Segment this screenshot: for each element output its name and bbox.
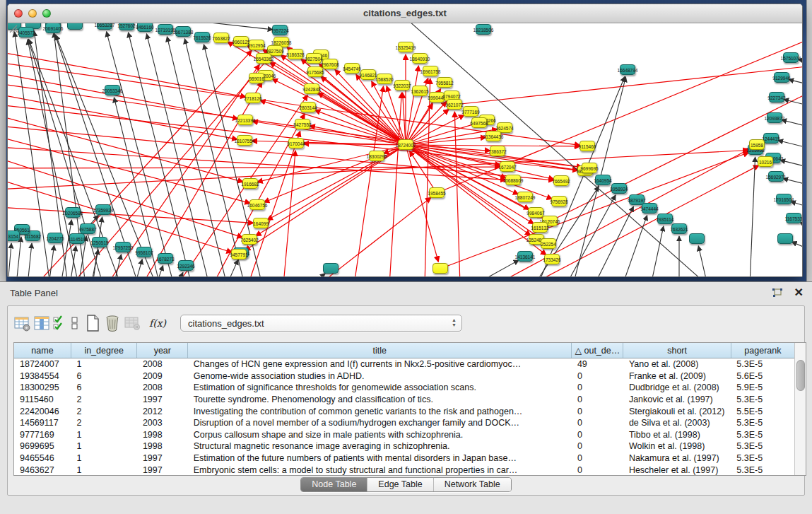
- table-row[interactable]: 969969511998Structural magnetic resonanc…: [14, 440, 795, 452]
- network-edge[interactable]: [36, 50, 252, 277]
- network-node[interactable]: 1588520: [377, 74, 392, 84]
- network-node[interactable]: 9175685: [307, 66, 323, 77]
- network-node[interactable]: 9405572: [18, 27, 34, 37]
- column-header-pagerank[interactable]: pagerank: [731, 343, 794, 358]
- network-node[interactable]: 9242848: [304, 83, 319, 94]
- network-node[interactable]: 9984067: [528, 207, 543, 218]
- network-node[interactable]: 9975887: [80, 223, 95, 234]
- network-node[interactable]: 1916682: [242, 178, 258, 189]
- network-edge[interactable]: [474, 260, 519, 277]
- network-edge[interactable]: [49, 245, 54, 277]
- network-edge[interactable]: [91, 250, 98, 277]
- network-node[interactable]: 10688609: [505, 175, 521, 185]
- network-node[interactable]: 1640954: [595, 175, 611, 185]
- network-edge[interactable]: [791, 201, 803, 209]
- network-node[interactable]: 164099: [253, 218, 269, 228]
- network-node[interactable]: 9699695: [582, 163, 597, 173]
- network-node[interactable]: 9457791: [231, 249, 247, 259]
- network-node[interactable]: 7615526: [194, 32, 210, 42]
- vertical-scrollbar[interactable]: [794, 343, 806, 475]
- network-node[interactable]: [323, 263, 339, 274]
- network-node[interactable]: 8912954: [249, 40, 264, 50]
- network-node[interactable]: 2718126: [245, 93, 261, 103]
- network-node[interactable]: 15958: [749, 139, 765, 150]
- table-row[interactable]: 1872400712008Changes of HCN gene express…: [14, 358, 795, 370]
- network-node[interactable]: 20053346: [105, 85, 120, 95]
- network-node[interactable]: [777, 233, 793, 244]
- network-node[interactable]: 10719195: [158, 24, 173, 35]
- network-node[interactable]: 8958924: [611, 183, 627, 194]
- network-edge[interactable]: [146, 34, 209, 277]
- window-titlebar[interactable]: citations_edges.txt: [8, 4, 802, 23]
- table-row[interactable]: 1938455462009Genome-wide association stu…: [14, 370, 795, 382]
- network-node[interactable]: 1114519: [69, 233, 85, 244]
- network-node[interactable]: 12213394: [237, 115, 253, 125]
- network-node[interactable]: 9474444: [642, 203, 657, 214]
- network-node[interactable]: 8186328: [288, 49, 303, 59]
- network-edge[interactable]: [16, 237, 21, 277]
- network-edge[interactable]: [782, 119, 803, 128]
- network-node[interactable]: [67, 23, 83, 30]
- network-node[interactable]: 18640910: [412, 53, 428, 64]
- network-node[interactable]: 6497568: [471, 117, 487, 128]
- network-edge[interactable]: [425, 78, 430, 277]
- network-node[interactable]: 1244415: [763, 133, 779, 144]
- network-node[interactable]: 252254: [541, 238, 556, 249]
- column-header-in_degree[interactable]: in_degree: [71, 343, 137, 358]
- table-row[interactable]: 946554611997Estimation of the future num…: [14, 452, 795, 465]
- network-edge[interactable]: [70, 246, 76, 277]
- network-edge[interactable]: [389, 93, 401, 277]
- network-edge[interactable]: [651, 226, 664, 277]
- network-edge[interactable]: [750, 157, 755, 277]
- network-node[interactable]: 9777169: [463, 106, 478, 117]
- tab-network-table[interactable]: Network Table: [433, 478, 511, 491]
- network-edge[interactable]: [789, 79, 803, 86]
- network-canvas[interactable]: 9405572206914061065328715276028466160107…: [8, 23, 803, 277]
- network-node[interactable]: 16961758: [423, 66, 438, 76]
- scrollbar-thumb[interactable]: [796, 360, 805, 391]
- network-edge[interactable]: [184, 23, 273, 30]
- network-edge[interactable]: [8, 243, 11, 277]
- column-header-name[interactable]: name: [14, 343, 71, 358]
- row-height-icon[interactable]: [67, 313, 83, 333]
- network-edge[interactable]: [260, 100, 406, 145]
- table-row[interactable]: 911546021997Tourette syndrome. Phenomeno…: [14, 394, 795, 406]
- column-header-year[interactable]: year: [137, 343, 188, 358]
- network-node[interactable]: 10653287: [97, 23, 112, 30]
- network-node[interactable]: 12093872: [767, 112, 782, 123]
- network-node[interactable]: 8454749: [344, 63, 360, 74]
- table-row[interactable]: 946362711997Embryonic stem cells: a mode…: [14, 464, 795, 476]
- network-node[interactable]: 16648794: [620, 64, 635, 75]
- network-node[interactable]: 9621072: [447, 99, 462, 110]
- close-icon[interactable]: ✕: [794, 286, 804, 299]
- network-edge[interactable]: [283, 151, 295, 277]
- network-node[interactable]: 93154: [8, 230, 20, 241]
- float-panel-icon[interactable]: [771, 288, 784, 299]
- network-node[interactable]: 8427552: [295, 119, 310, 129]
- network-edge[interactable]: [8, 158, 242, 238]
- network-node[interactable]: 2967608: [322, 59, 338, 69]
- network-node[interactable]: 17359924: [95, 204, 111, 215]
- delete-trash-icon[interactable]: [102, 313, 122, 333]
- network-edge[interactable]: [28, 243, 32, 277]
- network-node[interactable]: 8466160: [137, 23, 153, 32]
- network-edge[interactable]: [177, 272, 183, 277]
- network-node[interactable]: 9227342: [769, 92, 784, 103]
- network-node[interactable]: 7957224: [272, 25, 288, 35]
- network-node[interactable]: 2803144: [300, 102, 316, 112]
- network-node[interactable]: 18807249: [517, 192, 533, 202]
- network-node[interactable]: 1362615: [412, 86, 428, 96]
- tab-edge-table[interactable]: Edge Table: [367, 478, 433, 491]
- network-node[interactable]: 1672047: [500, 161, 515, 172]
- table-settings-icon[interactable]: [12, 313, 32, 333]
- network-node[interactable]: 16671388: [175, 26, 191, 37]
- network-node[interactable]: 2935114: [657, 214, 673, 224]
- network-node[interactable]: 9322037: [394, 80, 410, 90]
- network-node[interactable]: 9170044: [288, 138, 304, 148]
- network-node[interactable]: 18107554: [237, 135, 252, 146]
- network-node[interactable]: 17016504: [776, 194, 792, 204]
- column-header-out_degree[interactable]: △ out_de…: [572, 343, 623, 358]
- network-node[interactable]: 21364436: [486, 131, 501, 141]
- network-node[interactable]: 989016: [249, 73, 264, 83]
- network-node[interactable]: 1958455: [429, 187, 445, 198]
